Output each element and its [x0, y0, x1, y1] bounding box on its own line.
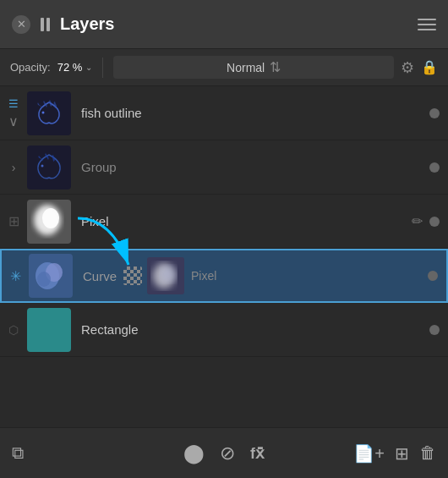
bottom-toolbar: ⧉ ⬤ ⊘ fx̄ 📄+ ⊞ 🗑 [0, 427, 448, 478]
checkerboard-icon [123, 266, 142, 285]
bottom-left: ⧉ [12, 443, 24, 463]
svg-point-3 [42, 208, 59, 228]
layer-row-fish-outline[interactable]: ☰ ∨ fish outline [0, 86, 448, 140]
row-left-icons-rectangle: ⬡ [0, 323, 27, 337]
pencil-icon: ✏ [412, 213, 423, 229]
blend-mode-arrows-icon: ⇅ [270, 59, 281, 75]
layer-thumbnail-group [27, 146, 71, 190]
layer-row-curve[interactable]: ✳ Curve Pixel [0, 249, 448, 303]
close-icon: ✕ [17, 18, 26, 30]
opacity-chevron-icon: ⌄ [85, 63, 92, 72]
menu-button[interactable] [418, 19, 436, 30]
layer-row-pixel[interactable]: ⊞ Pixel ✏ [0, 195, 448, 249]
bottom-center: ⬤ ⊘ fx̄ [183, 442, 265, 464]
layer-thumbnail-pixel [27, 200, 71, 244]
visibility-toggle-fish-outline[interactable] [429, 108, 440, 118]
opacity-toolbar: Opacity: 72 % ⌄ Normal ⇅ ⚙ 🔒 [0, 49, 448, 86]
row-left-icons-pixel: ⊞ [0, 213, 27, 229]
row-left-icons-group: › [0, 161, 27, 174]
pixel-mask-thumbnail [147, 257, 184, 294]
opacity-value: 72 % [57, 61, 83, 74]
visibility-toggle-rectangle[interactable] [429, 325, 440, 335]
svg-point-1 [41, 164, 44, 167]
svg-point-0 [42, 111, 45, 113]
grid-view-button[interactable]: ⊞ [395, 443, 409, 464]
row-left-icons-curve: ✳ [2, 268, 29, 284]
lock-button[interactable]: 🔒 [421, 59, 438, 75]
pixel-layer-icon: ⊞ [8, 213, 19, 229]
layer-name-pixel: Pixel [81, 214, 412, 228]
opacity-control[interactable]: 72 % ⌄ [57, 61, 93, 74]
expand-icon[interactable]: ∨ [8, 113, 19, 129]
visibility-toggle-pixel[interactable] [429, 217, 440, 227]
layer-name-fish-outline: fish outline [81, 106, 429, 120]
opacity-label: Opacity: [10, 61, 51, 74]
visibility-toggle-group[interactable] [429, 162, 440, 173]
layer-thumbnail-fish-outline [27, 91, 71, 135]
record-button[interactable]: ⬤ [183, 442, 205, 464]
pause-bar-2 [46, 18, 50, 31]
layer-row-group[interactable]: › Group [0, 140, 448, 195]
layer-type-icon: ☰ [8, 97, 19, 110]
mask-thumb-svg [147, 257, 184, 294]
header-left: ✕ Layers [12, 14, 115, 34]
expand-group-icon[interactable]: › [12, 161, 16, 174]
toolbar-divider [102, 58, 103, 78]
blend-mode-value: Normal [227, 61, 265, 74]
curve-thumb-svg [29, 254, 73, 298]
pause-button[interactable] [41, 18, 50, 31]
pixel-mask-label: Pixel [191, 269, 216, 283]
copy-button[interactable]: ⧉ [12, 443, 24, 462]
visibility-toggle-curve[interactable] [428, 271, 438, 281]
fish-outline-svg [31, 96, 67, 131]
settings-button[interactable]: ⚙ [401, 58, 414, 77]
close-button[interactable]: ✕ [12, 15, 30, 34]
layers-list: ☰ ∨ fish outline › [0, 86, 448, 357]
svg-point-9 [161, 266, 176, 283]
mask-button[interactable]: ⊘ [220, 442, 235, 464]
layer-name-group: Group [81, 160, 429, 174]
bottom-right: 📄+ ⊞ 🗑 [353, 443, 436, 464]
rectangle-layer-icon: ⬡ [8, 323, 19, 337]
layer-name-rectangle: Rectangle [81, 322, 429, 337]
layer-thumbnail-rectangle [27, 308, 71, 352]
panel-title: Layers [60, 14, 115, 34]
curve-layer-icon: ✳ [10, 268, 21, 284]
fx-button[interactable]: fx̄ [250, 444, 265, 463]
row-left-icons: ☰ ∨ [0, 97, 27, 129]
layer-name-curve: Curve [83, 269, 117, 283]
add-layer-button[interactable]: 📄+ [353, 443, 385, 464]
delete-layer-button[interactable]: 🗑 [419, 443, 436, 463]
header: ✕ Layers [0, 0, 448, 49]
svg-point-7 [37, 272, 51, 287]
blend-mode-dropdown[interactable]: Normal ⇅ [113, 56, 394, 79]
pause-bar-1 [41, 18, 44, 31]
layer-row-rectangle[interactable]: ⬡ Rectangle [0, 303, 448, 357]
curve-row-content: Curve Pixel [83, 257, 428, 294]
pixel-thumb-svg [27, 200, 71, 244]
group-thumb-svg [31, 150, 67, 185]
layer-thumbnail-curve [29, 254, 73, 298]
